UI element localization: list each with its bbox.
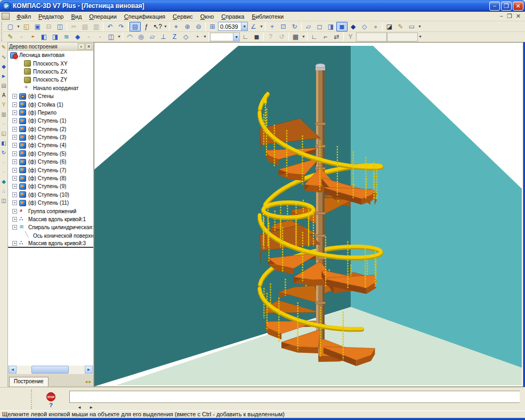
rotate-view-button[interactable]: ↻	[289, 22, 300, 31]
tree-item-label[interactable]: (ф) Ступень (5)	[28, 151, 66, 157]
tree-item-label[interactable]: (ф) Ступень (11)	[28, 200, 69, 206]
tree-item-label[interactable]: Лесница винтовая	[19, 52, 64, 58]
tree-item[interactable]: +(ф) Ступень (11)	[8, 199, 93, 207]
kinematic-button[interactable]: ≋	[61, 32, 72, 42]
tree-item[interactable]: Лесница винтовая	[8, 51, 93, 59]
wireframe-button[interactable]: ▱	[303, 22, 314, 31]
close-icon[interactable]: ✕	[85, 43, 92, 50]
tree-item[interactable]: +Спираль цилиндрическая:1	[8, 223, 93, 231]
menu-окно[interactable]: Окно	[197, 12, 218, 21]
orientation-dropdown-icon[interactable]: ▼	[259, 22, 264, 31]
message-nav-arrows[interactable]: ◄ ►	[77, 405, 96, 410]
rotate-tool-button[interactable]: ↻	[0, 148, 7, 158]
tree-item[interactable]: +Массив вдоль кривой:3	[8, 240, 93, 248]
tree-item-label[interactable]: Спираль цилиндрическая:1	[28, 224, 93, 230]
tree-item[interactable]: Плоскость ZY	[8, 76, 93, 84]
tree-item[interactable]: +(ф) Ступень (7)	[8, 166, 93, 174]
zoom-scale-input[interactable]	[219, 23, 241, 30]
tree-item[interactable]: +(ф) Перило	[8, 109, 93, 117]
sketch-edit-button[interactable]: ▫	[16, 32, 27, 42]
body-tool-button[interactable]: ◼	[251, 32, 262, 42]
shape-tool-button[interactable]: ◆	[0, 177, 7, 187]
scroll-thumb[interactable]	[31, 366, 69, 374]
tree-item[interactable]: +Массив вдоль кривой:1	[8, 215, 93, 223]
style-pencil-button[interactable]: ✎	[395, 22, 406, 31]
tree-item-label[interactable]: Ось конической поверхност	[33, 233, 93, 239]
menu-файл[interactable]: Файл	[13, 12, 35, 21]
menu-операции[interactable]: Операции	[85, 12, 120, 21]
fx-button[interactable]: ƒ	[141, 22, 152, 31]
expand-icon[interactable]: +	[12, 143, 17, 148]
tree-item[interactable]: +(ф) Стойка (1)	[8, 100, 93, 108]
stop-button[interactable]: STOP	[45, 391, 56, 401]
paste-button[interactable]: ▥	[91, 22, 102, 31]
mdi-restore-button[interactable]: ❐	[507, 13, 512, 20]
measure-button[interactable]: ?	[265, 32, 276, 42]
expand-icon[interactable]: +	[12, 241, 17, 246]
spline-button[interactable]: ∿	[0, 52, 7, 62]
expand-icon[interactable]: +	[12, 217, 17, 222]
menu-вид[interactable]: Вид	[67, 12, 85, 21]
empty1-combo[interactable]: ▼	[210, 33, 240, 42]
shaded-dark-button[interactable]: ◆	[348, 22, 359, 31]
zoom-area-button[interactable]: ⊞	[207, 22, 218, 31]
sketch-button[interactable]: ✎	[5, 32, 16, 42]
fillet-button[interactable]: ▫	[83, 32, 94, 42]
cut-extrude-button[interactable]: ◧	[38, 32, 50, 42]
tree-item-label[interactable]: Плоскость XY	[33, 61, 68, 67]
more-surface-ops-dropdown-icon[interactable]: ▼	[203, 32, 207, 42]
tool-disabled-1-button[interactable]: ▫	[0, 119, 7, 129]
save-document-button[interactable]: ▣	[32, 22, 43, 31]
print-preview-button[interactable]: ◫	[54, 22, 66, 31]
plane-angle-button[interactable]: Z	[169, 32, 180, 42]
what-is-help-button[interactable]: ↖?	[152, 22, 163, 31]
section-view-button[interactable]: ◪	[384, 22, 395, 31]
measure2-button[interactable]: ↺	[276, 32, 287, 42]
zoom-out-button[interactable]: ⊖	[193, 22, 204, 31]
filter-button[interactable]: Y	[0, 100, 7, 110]
shaded-button[interactable]: ◼	[336, 22, 348, 31]
tree-item-label[interactable]: (ф) Перило	[28, 110, 56, 116]
library-folder-button[interactable]: ◱	[0, 129, 7, 139]
tree-item[interactable]: +(ф) Ступень (8)	[8, 174, 93, 182]
tree-item-label[interactable]: Начало координат	[33, 85, 78, 91]
expand-icon[interactable]: +	[12, 110, 17, 115]
stop-icon[interactable]: STOP	[46, 392, 55, 401]
tree-item[interactable]: +(ф) Ступень (10)	[8, 191, 93, 199]
loft-button[interactable]: ◆	[72, 32, 83, 42]
expand-icon[interactable]: +	[12, 118, 17, 123]
coord-x-field[interactable]	[356, 33, 387, 42]
message-field[interactable]	[69, 391, 520, 403]
expand-icon[interactable]: +	[12, 159, 17, 164]
tool-disabled-3-button[interactable]: ▫	[0, 167, 7, 177]
tree-item[interactable]: +(ф) Ступень (5)	[8, 150, 93, 158]
expand-icon[interactable]: +	[12, 102, 17, 107]
mdi-minimize-button[interactable]: −	[499, 13, 503, 20]
empty1-input[interactable]	[211, 34, 233, 40]
tree-item[interactable]: +(ф) Ступень (2)	[8, 125, 93, 133]
what-is-help-dropdown-icon[interactable]: ▼	[163, 22, 168, 31]
coord-y-field[interactable]	[387, 33, 418, 42]
tree-item-label[interactable]: (ф) Ступень (4)	[28, 142, 66, 148]
copy-button[interactable]: ▤	[79, 22, 91, 31]
3d-viewport[interactable]	[94, 42, 523, 387]
variables-button[interactable]: ▤	[130, 22, 141, 31]
text-tool-button[interactable]: A	[0, 91, 7, 100]
tree-item-label[interactable]: (ф) Ступень (9)	[28, 183, 66, 189]
tree-item-label[interactable]: Плоскость ZX	[33, 69, 67, 75]
plane-button[interactable]: ▱	[147, 32, 158, 42]
tree-item-label[interactable]: (ф) Ступень (10)	[28, 192, 69, 198]
plane-tangent-button[interactable]: ◔	[191, 32, 203, 42]
expand-icon[interactable]: +	[12, 135, 17, 140]
expand-icon[interactable]: +	[12, 151, 17, 156]
scroll-right-icon[interactable]: ►	[85, 366, 93, 374]
zoom-frame-button[interactable]: ⊡	[278, 22, 289, 31]
tree-item-label[interactable]: (ф) Ступень (8)	[28, 175, 66, 181]
open-document-button[interactable]: ◱	[21, 22, 32, 31]
coords-y-button[interactable]: Y	[345, 32, 356, 42]
tree-horizontal-scrollbar[interactable]: ◄ ►	[9, 366, 93, 374]
mdi-close-button[interactable]: ✕	[516, 13, 521, 20]
surface-extrude-button[interactable]: ◠	[124, 32, 135, 42]
extrude-button[interactable]: ◓	[27, 32, 38, 42]
empty1-dropdown-icon[interactable]: ▼	[233, 33, 239, 41]
